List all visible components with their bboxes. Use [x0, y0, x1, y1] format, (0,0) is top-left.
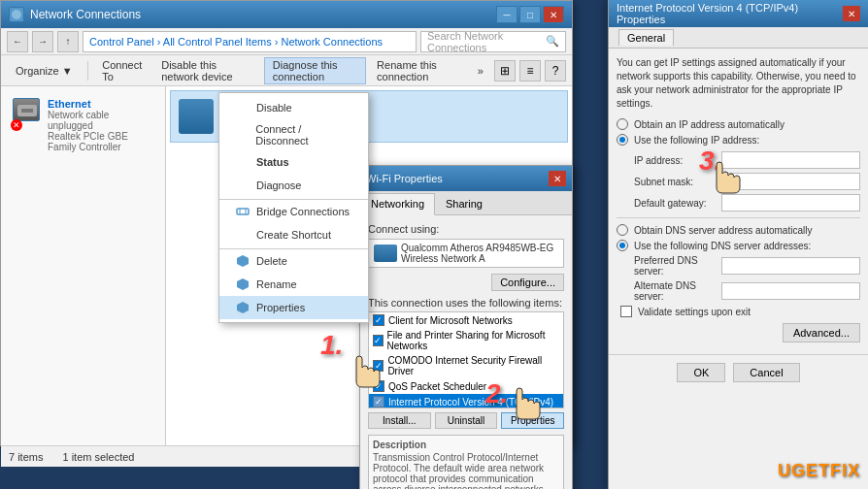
networking-tab[interactable]: Networking	[360, 193, 435, 215]
close-button[interactable]: ✕	[543, 6, 564, 23]
step-1-label: 1.	[320, 330, 343, 361]
help-button[interactable]: ?	[545, 60, 566, 82]
ctx-connect-disconnect[interactable]: Connect / Disconnect	[219, 119, 368, 150]
item-checkbox-2[interactable]	[373, 335, 384, 346]
forward-button[interactable]: →	[32, 31, 53, 52]
back-button[interactable]: ←	[7, 31, 28, 52]
radio-manual-dns-label: Use the following DNS server addresses:	[634, 241, 811, 251]
radio-manual-ip-circle[interactable]	[617, 134, 628, 146]
view-icons-button[interactable]: ⊞	[494, 60, 516, 82]
ctx-rename[interactable]: Rename	[219, 273, 368, 296]
wifi-props-close[interactable]: ✕	[549, 171, 566, 186]
properties-button[interactable]: Properties	[501, 412, 564, 429]
uninstall-button[interactable]: Uninstall	[435, 412, 498, 429]
ctx-properties[interactable]: Properties	[219, 296, 368, 319]
breadcrumb[interactable]: Control Panel › All Control Panel Items …	[83, 31, 417, 52]
item-qos-scheduler[interactable]: QoS Packet Scheduler	[369, 378, 563, 394]
configure-button[interactable]: Configure...	[491, 274, 564, 291]
ipv4-properties-window: Internet Protocol Version 4 (TCP/IPv4) P…	[608, 0, 868, 489]
items-label: This connection uses the following items…	[368, 297, 564, 309]
section-divider	[617, 217, 860, 218]
radio-auto-dns[interactable]: Obtain DNS server address automatically	[617, 224, 860, 236]
wifi-signal-bars	[193, 110, 199, 123]
ipv4-ok-button[interactable]: OK	[677, 363, 725, 382]
rename-connection-button[interactable]: Rename this connection	[368, 57, 467, 84]
dns-radio-group: Obtain DNS server address automatically …	[617, 224, 860, 251]
ipv4-close-button[interactable]: ✕	[843, 6, 860, 21]
organize-button[interactable]: Organize ▼	[7, 57, 82, 84]
default-gateway-row: Default gateway:	[617, 194, 860, 212]
radio-auto-dns-circle[interactable]	[617, 224, 628, 236]
maximize-button[interactable]: □	[519, 6, 541, 23]
item-checkbox-5[interactable]	[373, 396, 384, 408]
preferred-dns-row: Preferred DNS server:	[617, 255, 860, 277]
search-placeholder: Search Network Connections	[427, 30, 546, 53]
connect-to-button[interactable]: Connect To	[93, 57, 150, 84]
item-client-ms-networks[interactable]: Client for Microsoft Networks	[369, 312, 563, 328]
ipv4-bottom-row: Advanced...	[617, 323, 860, 342]
minimize-button[interactable]: ─	[496, 6, 517, 23]
ethernet-icon-area: ✕ Ethernet Network cable unplugged Realt…	[13, 98, 153, 152]
selected-count: 1 item selected	[62, 451, 134, 463]
preferred-dns-input[interactable]	[721, 257, 860, 275]
item-checkbox-3[interactable]	[373, 360, 384, 372]
alternate-dns-row: Alternate DNS server:	[617, 280, 860, 302]
wifi-props-title: Wi-Fi Properties	[366, 173, 549, 184]
description-label: Description	[373, 440, 559, 450]
bridge-icon	[235, 204, 250, 219]
delete-icon	[235, 253, 250, 269]
validate-checkbox[interactable]	[620, 306, 632, 317]
radio-manual-dns-circle[interactable]	[617, 240, 628, 251]
up-button[interactable]: ↑	[57, 31, 79, 52]
ipv4-titlebar: Internet Protocol Version 4 (TCP/IPv4) P…	[609, 0, 868, 27]
radio-auto-ip-circle[interactable]	[617, 118, 628, 130]
description-text: Transmission Control Protocol/Internet P…	[373, 452, 559, 489]
item-checkbox-1[interactable]	[373, 314, 384, 326]
ethernet-info: Ethernet Network cable unplugged Realtek…	[48, 98, 153, 152]
sharing-tab[interactable]: Sharing	[435, 193, 493, 214]
view-list-button[interactable]: ≡	[519, 60, 541, 82]
ctx-delete[interactable]: Delete	[219, 248, 368, 273]
item-ipv4[interactable]: Internet Protocol Version 4 (TCP/IPv4)	[369, 394, 563, 408]
alternate-dns-input[interactable]	[721, 282, 860, 300]
ethernet-item[interactable]: ✕ Ethernet Network cable unplugged Realt…	[9, 94, 157, 156]
subnet-mask-input[interactable]	[721, 173, 860, 190]
install-button[interactable]: Install...	[368, 412, 431, 429]
item-checkbox-4[interactable]	[373, 380, 384, 392]
context-menu: Disable Connect / Disconnect Status Diag…	[218, 92, 369, 323]
advanced-button[interactable]: Advanced...	[783, 323, 860, 342]
properties-icon	[235, 300, 250, 315]
item-printer-sharing[interactable]: File and Printer Sharing for Microsoft N…	[369, 328, 563, 353]
wifi-icon	[179, 99, 214, 134]
ipv4-cancel-button[interactable]: Cancel	[733, 363, 799, 382]
ctx-status[interactable]: Status	[219, 150, 368, 174]
items-list[interactable]: Client for Microsoft Networks File and P…	[368, 311, 564, 408]
toolbar: Organize ▼ Connect To Disable this netwo…	[1, 55, 572, 86]
ctx-bridge[interactable]: Bridge Connections	[219, 199, 368, 223]
search-box[interactable]: Search Network Connections 🔍	[420, 31, 566, 52]
more-options-button[interactable]: »	[469, 57, 492, 84]
ipv4-description: You can get IP settings assigned automat…	[617, 56, 860, 111]
disable-device-button[interactable]: Disable this network device	[152, 57, 262, 84]
ctx-disable[interactable]: Disable	[219, 96, 368, 119]
radio-manual-dns[interactable]: Use the following DNS server addresses:	[617, 240, 860, 251]
rename-icon	[235, 277, 250, 292]
radio-auto-ip-label: Obtain an IP address automatically	[634, 119, 785, 130]
props-tabs: Networking Sharing	[360, 191, 572, 215]
radio-auto-ip[interactable]: Obtain an IP address automatically	[617, 118, 860, 130]
ctx-create-shortcut[interactable]: Create Shortcut	[219, 223, 368, 246]
svg-rect-2	[21, 109, 33, 113]
ip-address-input[interactable]	[721, 151, 860, 169]
item-comodo-firewall[interactable]: COMODO Internet Security Firewall Driver	[369, 353, 563, 378]
general-tab[interactable]: General	[618, 29, 674, 46]
ctx-diagnose[interactable]: Diagnose	[219, 174, 368, 197]
description-area: Description Transmission Control Protoco…	[368, 435, 564, 489]
shortcut-icon	[235, 227, 250, 243]
svg-point-0	[12, 10, 21, 19]
default-gateway-input[interactable]	[721, 194, 860, 212]
validate-row: Validate settings upon exit	[617, 306, 860, 317]
preferred-dns-label: Preferred DNS server:	[634, 255, 721, 277]
diagnose-connection-button[interactable]: Diagnose this connection	[264, 57, 366, 84]
network-window-title: Network Connections	[30, 8, 496, 21]
radio-manual-ip[interactable]: Use the following IP address:	[617, 134, 860, 146]
